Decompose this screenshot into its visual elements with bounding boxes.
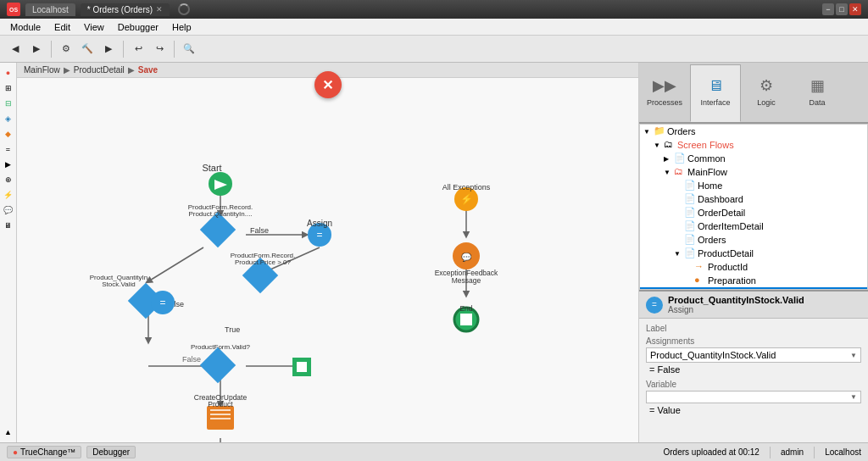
settings-button[interactable]: ⚙ [56, 39, 76, 59]
ls-icon-grid[interactable]: ⊞ [2, 81, 15, 95]
statusbar: ● TrueChange™ Debugger Orders uploaded a… [0, 442, 868, 461]
svg-text:Assign: Assign [307, 219, 332, 228]
svg-text:=: = [159, 297, 165, 308]
svg-text:⚡: ⚡ [460, 192, 473, 205]
tree-item-dashboard[interactable]: 📄 Dashboard [640, 192, 867, 206]
svg-text:Message: Message [452, 276, 481, 285]
tree-item-screenflows[interactable]: ▼ 🗂 Screen Flows [640, 138, 867, 152]
tab-interface[interactable]: 🖥 Interface [690, 64, 741, 122]
tree-item-common[interactable]: ▶ 📄 Common [640, 152, 867, 165]
tab-data[interactable]: ▦ Data [792, 64, 843, 122]
status-text: Orders uploaded at 00:12 [664, 447, 760, 457]
window-controls: − □ ✕ [822, 3, 861, 15]
close-button[interactable]: ✕ [849, 3, 861, 15]
ls-icon-error[interactable]: ● [2, 66, 15, 80]
svg-text:All Exceptions: All Exceptions [442, 183, 491, 192]
svg-text:Product.QuantityIn....: Product.QuantityIn.... [188, 210, 252, 218]
tab-orders[interactable]: * Orders (Orders) ✕ [81, 3, 170, 16]
bc-save[interactable]: Save [138, 65, 158, 75]
tree-item-productdetail[interactable]: ▼ 📄 ProductDetail [640, 247, 867, 260]
left-sidebar: ● ⊞ ⊟ ◈ ◆ = ▶ ⊕ ⚡ 💬 🖥 ▲ [0, 63, 17, 442]
svg-rect-38 [207, 406, 234, 430]
flow-canvas[interactable]: MainFlow ▶ ProductDetail ▶ Save ✕ [17, 63, 639, 442]
folder-icon: 📁 [654, 125, 665, 137]
ls-icon-assign[interactable]: = [2, 142, 15, 156]
props-assignments-row: Assignments Product_QuantityInStock.Vali… [646, 336, 861, 376]
props-assign-icon: = [646, 297, 663, 314]
right-panel: ▶▶ Processes 🖥 Interface ⚙ Logic ▦ Data … [639, 63, 868, 442]
close-tab-icon[interactable]: ✕ [156, 5, 163, 14]
props-subtitle: Assign [668, 305, 804, 314]
tree-item-orderdetail[interactable]: 📄 OrderDetail [640, 206, 867, 219]
undo-button[interactable]: ↩ [128, 39, 148, 59]
debugger-button[interactable]: Debugger [86, 446, 136, 458]
props-label-row: Label [646, 324, 861, 333]
svg-text:=: = [316, 229, 322, 241]
tree-item-home[interactable]: 📄 Home [640, 179, 867, 192]
ls-icon-exception[interactable]: ⚡ [2, 188, 15, 202]
tree-arrow: ▼ [654, 142, 664, 149]
svg-text:Start: Start [202, 163, 221, 173]
loading-spinner [178, 3, 190, 15]
redo-button[interactable]: ↪ [149, 39, 170, 59]
ls-icon-message[interactable]: 💬 [2, 203, 15, 217]
svg-line-2 [148, 247, 203, 281]
play-button[interactable]: ▶ [98, 39, 119, 59]
ls-icon-diamond[interactable]: ◆ [2, 127, 15, 141]
ls-icon-node[interactable]: ◈ [2, 112, 15, 125]
variable-eq-value: = Value [646, 403, 861, 417]
assignment-var-field[interactable]: Product_QuantityInStock.Valid ▼ [646, 347, 861, 363]
properties-panel: = Product_QuantityInStock.Valid Assign L… [639, 290, 868, 442]
tree-arrow: ▼ [643, 128, 654, 136]
build-button[interactable]: 🔨 [77, 39, 97, 59]
ls-icon-collapse[interactable]: ▲ [2, 425, 15, 439]
tab-processes[interactable]: ▶▶ Processes [639, 64, 690, 122]
svg-text:ProductForm.Valid?: ProductForm.Valid? [191, 343, 251, 351]
ls-icon-end[interactable]: ⊕ [2, 173, 15, 186]
back-button[interactable]: ◀ [5, 39, 25, 59]
menu-debugger[interactable]: Debugger [111, 20, 165, 34]
menu-view[interactable]: View [77, 20, 111, 34]
svg-text:False: False [250, 226, 269, 235]
ls-icon-screen[interactable]: 🖥 [2, 219, 15, 232]
props-variable-row: Variable ▼ = Value [646, 380, 861, 417]
tab-localhost[interactable]: Localhost [25, 3, 75, 16]
truechange-button[interactable]: ● TrueChange™ [7, 446, 81, 458]
menu-module[interactable]: Module [3, 20, 47, 34]
tree-item-productid[interactable]: → ProductId [640, 260, 867, 274]
minimize-button[interactable]: − [822, 3, 834, 15]
app-logo: OS [7, 3, 20, 16]
bc-mainflow[interactable]: MainFlow [24, 65, 60, 75]
svg-text:True: True [225, 325, 240, 334]
bc-productdetail[interactable]: ProductDetail [74, 65, 125, 75]
tree-item-preparation[interactable]: ● Preparation [640, 274, 867, 287]
svg-rect-55 [460, 314, 472, 325]
status-right: Orders uploaded at 00:12 admin Localhost [664, 447, 861, 458]
tree-item-orders-page[interactable]: 📄 Orders [640, 233, 867, 247]
ls-icon-start[interactable]: ▶ [2, 158, 15, 171]
tree-item-mainflow[interactable]: ▼ 🗂 MainFlow [640, 165, 867, 179]
forward-button[interactable]: ▶ [26, 39, 47, 59]
tree-item-orders-root[interactable]: ▼ 📁 Orders [640, 125, 867, 138]
svg-text:Product: Product [208, 400, 233, 408]
search-button[interactable]: 🔍 [179, 39, 199, 59]
dropdown-arrow-icon: ▼ [850, 352, 857, 359]
assignments-label: Assignments [646, 336, 861, 346]
svg-text:Stock.Valid: Stock.Valid [102, 280, 135, 288]
props-body: Label Assignments Product_QuantityInStoc… [639, 319, 868, 425]
tree-item-orderitemdetail[interactable]: 📄 OrderItemDetail [640, 219, 867, 233]
variable-field[interactable]: ▼ [646, 391, 861, 403]
cancel-button[interactable]: ✕ [314, 71, 342, 98]
tab-logic[interactable]: ⚙ Logic [741, 64, 792, 122]
maximize-button[interactable]: □ [836, 3, 848, 15]
flow-diagram: False False True Start [17, 78, 636, 442]
top-tabs: ▶▶ Processes 🖥 Interface ⚙ Logic ▦ Data [639, 63, 868, 124]
svg-text:Product.Price > 0?: Product.Price > 0? [235, 258, 292, 266]
menu-help[interactable]: Help [165, 20, 198, 34]
ls-icon-tree[interactable]: ⊟ [2, 97, 15, 110]
tree-panel[interactable]: ▼ 📁 Orders ▼ 🗂 Screen Flows ▶ 📄 Common ▼… [639, 124, 868, 290]
svg-text:End: End [459, 304, 472, 313]
svg-text:💬: 💬 [461, 252, 472, 263]
variable-label: Variable [646, 380, 861, 389]
menu-edit[interactable]: Edit [47, 20, 77, 34]
